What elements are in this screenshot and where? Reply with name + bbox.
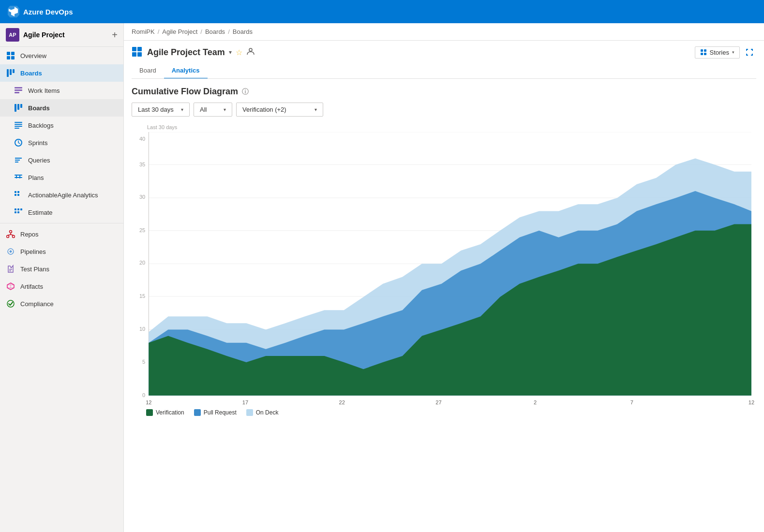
svg-text:15: 15 — [139, 293, 145, 299]
work-items-icon — [14, 86, 23, 95]
azure-devops-logo[interactable]: Azure DevOps — [8, 6, 73, 17]
sidebar-item-overview[interactable]: Overview — [0, 47, 123, 64]
svg-text:20: 20 — [139, 260, 145, 266]
overview-icon — [6, 51, 15, 60]
topbar-title: Azure DevOps — [23, 8, 73, 16]
svg-rect-18 — [15, 175, 22, 176]
sidebar: AP Agile Project + Overview Boards — [0, 23, 124, 532]
sidebar-item-queries[interactable]: Queries — [0, 151, 123, 169]
svg-rect-14 — [15, 124, 22, 125]
sidebar-item-compliance[interactable]: Compliance — [0, 295, 123, 312]
svg-rect-45 — [701, 49, 703, 52]
tab-board[interactable]: Board — [132, 63, 164, 79]
sidebar-label-work-items: Work Items — [28, 87, 60, 94]
project-name: Agile Project — [23, 31, 65, 39]
estimate-icon — [14, 207, 23, 217]
svg-rect-16 — [15, 128, 19, 129]
sidebar-label-repos: Repos — [20, 231, 39, 238]
pipelines-icon — [6, 247, 15, 256]
sidebar-label-boards: Boards — [28, 104, 50, 112]
backlogs-icon — [14, 120, 23, 130]
project-title[interactable]: AP Agile Project — [6, 28, 65, 42]
legend-label-on-deck: On Deck — [256, 409, 279, 416]
sidebar-item-test-plans[interactable]: Test Plans — [0, 260, 123, 278]
svg-rect-4 — [7, 69, 9, 77]
svg-rect-8 — [15, 89, 22, 91]
sidebar-nav: Overview Boards Work Items — [0, 47, 123, 312]
expand-button[interactable] — [743, 45, 756, 59]
boards-icon — [14, 103, 23, 113]
legend-color-on-deck — [246, 409, 253, 416]
sidebar-item-boards[interactable]: Boards — [0, 99, 123, 117]
person-icon[interactable] — [246, 47, 255, 58]
test-plans-icon — [6, 264, 15, 274]
legend-pull-request: Pull Request — [194, 409, 237, 416]
breadcrumb-boards-2: Boards — [233, 28, 253, 35]
swimlane-filter[interactable]: All ▾ — [194, 103, 232, 117]
svg-rect-20 — [16, 176, 17, 178]
breadcrumb-agile-project[interactable]: Agile Project — [162, 28, 197, 35]
svg-line-35 — [8, 235, 11, 236]
sidebar-item-estimate[interactable]: Estimate — [0, 204, 123, 221]
svg-rect-22 — [15, 191, 16, 193]
team-chevron[interactable]: ▾ — [229, 49, 232, 56]
column-chevron: ▾ — [315, 107, 317, 112]
stories-button[interactable]: Stories ▾ — [695, 46, 740, 59]
svg-rect-13 — [15, 122, 22, 123]
column-filter[interactable]: Verification (+2) ▾ — [236, 103, 323, 117]
svg-point-44 — [249, 48, 252, 51]
favorite-star[interactable]: ☆ — [236, 48, 242, 57]
sprints-icon — [14, 138, 23, 148]
swimlane-chevron: ▾ — [224, 107, 226, 112]
aa-analytics-icon — [14, 190, 23, 200]
sidebar-label-test-plans: Test Plans — [20, 266, 49, 273]
add-button[interactable]: + — [112, 30, 118, 41]
sidebar-item-pipelines[interactable]: Pipelines — [0, 243, 123, 260]
legend-verification: Verification — [146, 409, 184, 416]
svg-rect-3 — [11, 56, 15, 59]
topbar: Azure DevOps — [0, 0, 764, 23]
svg-rect-23 — [17, 191, 19, 193]
chart-title: Cumulative Flow Diagram — [132, 87, 238, 97]
sidebar-section-boards[interactable]: Boards — [0, 64, 123, 82]
svg-point-32 — [7, 236, 9, 238]
svg-rect-1 — [11, 52, 15, 55]
sidebar-label-boards-header: Boards — [20, 70, 42, 77]
svg-text:22: 22 — [339, 399, 345, 405]
svg-rect-26 — [15, 208, 16, 210]
cfd-chart: 0 5 10 15 20 25 30 35 40 — [132, 132, 756, 405]
svg-rect-10 — [15, 104, 16, 112]
column-label: Verification (+2) — [242, 106, 286, 113]
svg-text:2: 2 — [534, 399, 537, 405]
sidebar-label-sprints: Sprints — [28, 139, 47, 147]
breadcrumb-romipk[interactable]: RomiPK — [132, 28, 155, 35]
page-header: Agile Project Team ▾ ☆ Stories ▾ — [124, 41, 764, 79]
stories-label: Stories — [710, 49, 729, 56]
legend-label-verification: Verification — [156, 409, 184, 416]
compliance-icon — [6, 299, 15, 309]
sidebar-item-work-items[interactable]: Work Items — [0, 82, 123, 99]
sidebar-item-aa-analytics[interactable]: ActionableAgile Analytics — [0, 186, 123, 204]
sidebar-item-plans[interactable]: Plans — [0, 169, 123, 186]
sidebar-label-queries: Queries — [28, 157, 50, 164]
sidebar-item-backlogs[interactable]: Backlogs — [0, 117, 123, 134]
svg-rect-2 — [7, 56, 10, 59]
svg-rect-11 — [17, 104, 19, 110]
sidebar-item-artifacts[interactable]: Artifacts — [0, 278, 123, 295]
period-filter[interactable]: Last 30 days ▾ — [132, 103, 190, 117]
sidebar-label-plans: Plans — [28, 174, 44, 181]
svg-rect-29 — [15, 211, 16, 213]
legend-label-pull-request: Pull Request — [204, 409, 237, 416]
svg-rect-0 — [7, 52, 10, 55]
breadcrumb-boards-1[interactable]: Boards — [205, 28, 225, 35]
sidebar-label-overview: Overview — [20, 52, 46, 59]
chart-container: Cumulative Flow Diagram ⓘ Last 30 days ▾… — [124, 79, 764, 532]
info-icon[interactable]: ⓘ — [242, 88, 249, 96]
page-title-row: Agile Project Team ▾ ☆ Stories ▾ — [132, 45, 756, 59]
svg-rect-46 — [704, 49, 706, 52]
breadcrumb: RomiPK / Agile Project / Boards / Boards — [124, 23, 764, 41]
tab-analytics[interactable]: Analytics — [164, 63, 208, 79]
sidebar-item-repos[interactable]: Repos — [0, 225, 123, 243]
svg-rect-48 — [704, 53, 706, 55]
sidebar-item-sprints[interactable]: Sprints — [0, 134, 123, 151]
